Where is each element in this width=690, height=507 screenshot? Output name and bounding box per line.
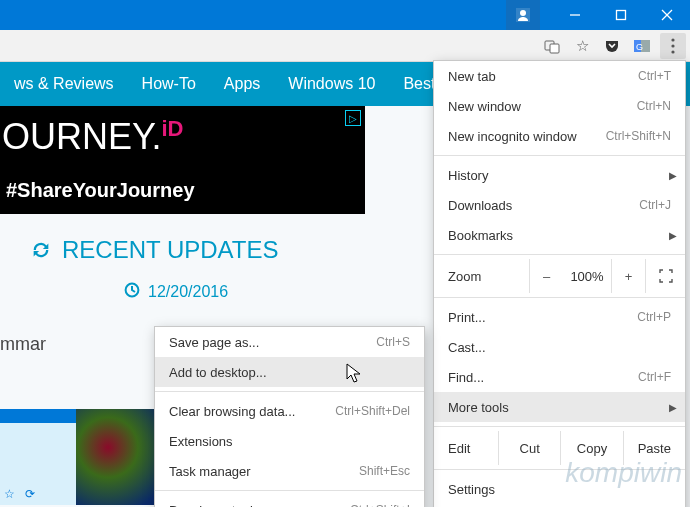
chrome-main-menu: New tabCtrl+T New windowCtrl+N New incog…	[433, 60, 686, 507]
svg-rect-3	[617, 11, 626, 20]
submenu-task-manager[interactable]: Task managerShift+Esc	[155, 456, 424, 486]
ad-banner[interactable]: MYJOURNEY.iD #ShareYourJourney ▷	[0, 106, 365, 214]
nav-reviews[interactable]: ws & Reviews	[0, 62, 128, 106]
edit-cut-button[interactable]: Cut	[498, 431, 560, 465]
svg-rect-7	[550, 44, 559, 53]
menu-zoom-row: Zoom – 100% +	[434, 259, 685, 293]
fullscreen-button[interactable]	[645, 259, 685, 293]
submenu-extensions[interactable]: Extensions	[155, 426, 424, 456]
menu-downloads[interactable]: DownloadsCtrl+J	[434, 190, 685, 220]
submenu-developer-tools[interactable]: Developer toolsCtrl+Shift+I	[155, 495, 424, 507]
chevron-right-icon: ▶	[669, 230, 677, 241]
menu-find[interactable]: Find...Ctrl+F	[434, 362, 685, 392]
nav-apps[interactable]: Apps	[210, 62, 274, 106]
more-tools-submenu: Save page as...Ctrl+S Add to desktop... …	[154, 326, 425, 507]
maximize-button[interactable]	[598, 0, 644, 30]
banner-journey: JOURNEY.	[0, 116, 161, 157]
menu-new-incognito[interactable]: New incognito windowCtrl+Shift+N	[434, 121, 685, 151]
browser-toolbar: ☆ G	[0, 30, 690, 62]
menu-more-tools[interactable]: More tools▶	[434, 392, 685, 422]
nav-windows10[interactable]: Windows 10	[274, 62, 389, 106]
svg-point-13	[671, 50, 674, 53]
submenu-clear-browsing-data[interactable]: Clear browsing data...Ctrl+Shift+Del	[155, 396, 424, 426]
refresh-icon	[30, 239, 52, 261]
menu-print[interactable]: Print...Ctrl+P	[434, 302, 685, 332]
svg-point-11	[671, 38, 674, 41]
adchoices-icon[interactable]: ▷	[345, 110, 361, 126]
banner-hashtag: #ShareYourJourney	[6, 179, 195, 202]
menu-new-tab[interactable]: New tabCtrl+T	[434, 61, 685, 91]
zoom-label: Zoom	[448, 269, 529, 284]
submenu-add-to-desktop[interactable]: Add to desktop...	[155, 357, 424, 387]
zoom-out-button[interactable]: –	[529, 259, 563, 293]
date-value: 12/20/2016	[148, 283, 228, 301]
chevron-right-icon: ▶	[669, 170, 677, 181]
menu-history[interactable]: History▶	[434, 160, 685, 190]
chrome-menu-button[interactable]	[660, 33, 686, 59]
banner-id: iD	[161, 116, 183, 141]
edit-paste-button[interactable]: Paste	[623, 431, 685, 465]
chevron-right-icon: ▶	[669, 402, 677, 413]
svg-point-12	[671, 44, 674, 47]
menu-bookmarks[interactable]: Bookmarks▶	[434, 220, 685, 250]
window-titlebar	[0, 0, 690, 30]
google-translate-icon[interactable]: G	[630, 34, 654, 58]
svg-text:G: G	[636, 42, 643, 52]
zoom-in-button[interactable]: +	[611, 259, 645, 293]
clock-icon	[124, 282, 140, 302]
bookmark-star-icon[interactable]: ☆	[570, 34, 594, 58]
edit-label: Edit	[434, 441, 498, 456]
svg-point-1	[520, 10, 526, 16]
menu-settings[interactable]: Settings	[434, 474, 685, 504]
close-button[interactable]	[644, 0, 690, 30]
submenu-save-page[interactable]: Save page as...Ctrl+S	[155, 327, 424, 357]
pocket-icon[interactable]	[600, 34, 624, 58]
menu-edit-row: Edit Cut Copy Paste	[434, 431, 685, 465]
thumbnail-preview: ☆ ⟳	[0, 409, 156, 505]
minimize-button[interactable]	[552, 0, 598, 30]
recent-updates-title: RECENT UPDATES	[62, 236, 278, 264]
zoom-value: 100%	[563, 269, 611, 284]
profile-button[interactable]	[506, 0, 540, 30]
edit-copy-button[interactable]: Copy	[560, 431, 622, 465]
menu-cast[interactable]: Cast...	[434, 332, 685, 362]
menu-new-window[interactable]: New windowCtrl+N	[434, 91, 685, 121]
nav-howto[interactable]: How-To	[128, 62, 210, 106]
translate-page-icon[interactable]	[540, 34, 564, 58]
